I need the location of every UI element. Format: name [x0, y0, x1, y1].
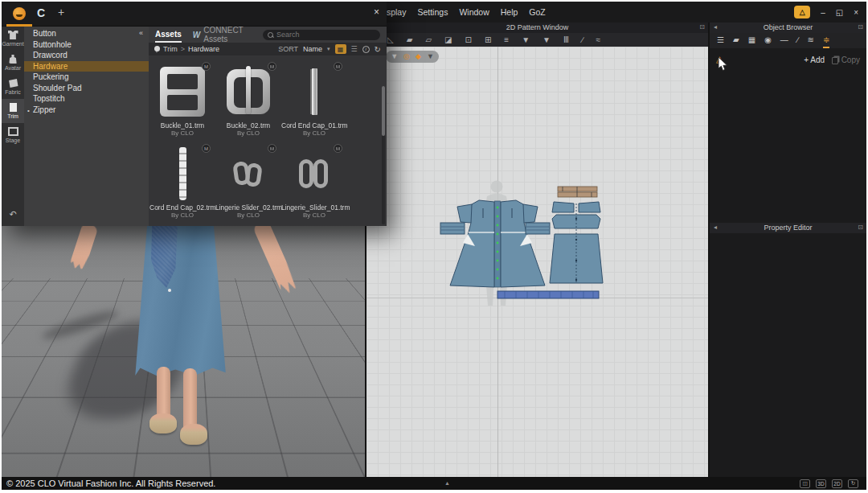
- library-category[interactable]: Shoulder Pad: [24, 83, 149, 94]
- refresh-icon[interactable]: ↻: [375, 45, 381, 54]
- expand-arrow-icon[interactable]: ▲: [444, 480, 450, 486]
- pleats-sewing-icon[interactable]: Ⅲ: [563, 36, 569, 44]
- breadcrumb-root[interactable]: Trim: [163, 45, 178, 53]
- scrollbar-thumb[interactable]: [382, 86, 385, 136]
- library-category[interactable]: Hardware: [24, 61, 149, 72]
- asset-name: Lingerie Slider_02.trm: [215, 203, 281, 212]
- buttonhole-tab-icon[interactable]: —: [780, 33, 788, 48]
- dart-tool-icon[interactable]: ◪: [444, 36, 452, 44]
- clo-logo[interactable]: [13, 7, 26, 20]
- clo-set-badge[interactable]: △: [794, 6, 810, 18]
- fold-arrangement-icon[interactable]: ≡: [504, 36, 509, 44]
- panel-detach-icon[interactable]: ⊡: [699, 23, 705, 31]
- garment-skirt[interactable]: [130, 224, 231, 376]
- popup-close-button[interactable]: ×: [374, 6, 379, 18]
- panel-detach-icon[interactable]: ⊡: [858, 23, 863, 31]
- asset-name: Buckle_02.trm: [215, 121, 281, 129]
- asset-name: Lingerie_Slider_01.trm: [281, 203, 347, 212]
- segment-sewing-icon[interactable]: ▼: [522, 36, 530, 44]
- asset-tile[interactable]: M Cord End Cap_01.trm By CLO: [281, 62, 347, 144]
- sidebar-item-stage[interactable]: Stage: [2, 123, 24, 147]
- library-category[interactable]: •Zipper: [24, 105, 149, 117]
- grid-view-button[interactable]: ▦: [335, 44, 346, 54]
- sewing-line-icon[interactable]: ∕: [582, 36, 583, 44]
- back-icon[interactable]: ↶: [2, 209, 24, 220]
- close-button[interactable]: ×: [854, 8, 858, 17]
- asset-tile[interactable]: M Cord End Cap_02.trm By CLO: [149, 144, 215, 226]
- new-tab-button[interactable]: +: [58, 6, 64, 18]
- polygon-pattern-icon[interactable]: ▱: [425, 36, 432, 44]
- cloth-texture-icon[interactable]: ◆: [416, 53, 421, 60]
- tab-assets[interactable]: Assets: [155, 27, 182, 43]
- pattern-pieces[interactable]: [366, 47, 708, 477]
- show-garment-icon[interactable]: ▼: [391, 53, 398, 60]
- restore-button[interactable]: ◱: [836, 8, 843, 17]
- search-box[interactable]: [263, 30, 380, 40]
- fabric-tab-icon[interactable]: ▰: [733, 33, 739, 48]
- object-browser-header: ◂ Object Browser ⊡: [710, 23, 866, 33]
- topstitch-tab-icon[interactable]: ∕: [797, 33, 799, 48]
- library-category[interactable]: Button: [24, 28, 149, 39]
- snapshot-3d-badge[interactable]: 3D: [816, 479, 826, 488]
- connect-tab-label: CONNECT Assets: [203, 26, 263, 43]
- status-bar: © 2025 CLO Virtual Fashion Inc. All Righ…: [2, 477, 866, 490]
- sidebar-item-avatar[interactable]: Avatar: [2, 51, 24, 75]
- collapse-panel-icon[interactable]: «: [139, 29, 143, 37]
- scrollbar[interactable]: [382, 86, 385, 224]
- library-category-label: Button: [33, 29, 56, 38]
- library-category[interactable]: Buttonhole: [24, 39, 149, 51]
- asset-author: By CLO: [215, 129, 281, 137]
- pattern-canvas[interactable]: ▼◎◆▼: [366, 47, 708, 477]
- info-icon[interactable]: i: [362, 46, 370, 53]
- puckering-tab-icon[interactable]: ≋: [808, 33, 814, 48]
- grading-tool-icon[interactable]: ⊞: [485, 36, 491, 44]
- snapshot-2d-badge[interactable]: 2D: [832, 479, 842, 488]
- trace-tool-icon[interactable]: ⊡: [465, 36, 472, 44]
- asset-tile[interactable]: M Buckle_01.trm By CLO: [149, 62, 215, 144]
- free-sewing-icon[interactable]: ▼: [542, 36, 551, 44]
- trim-tab-icon[interactable]: ≑: [823, 33, 829, 48]
- list-view-button[interactable]: ☰: [351, 45, 358, 53]
- menu-item[interactable]: Help: [501, 7, 518, 17]
- sidebar-item-trim[interactable]: Trim: [2, 99, 24, 123]
- panel-detach-icon[interactable]: ⊡: [858, 224, 863, 231]
- rectangle-pattern-icon[interactable]: ▰: [407, 36, 413, 44]
- asset-tile[interactable]: M Lingerie_Slider_01.trm By CLO: [281, 144, 347, 226]
- transform-pattern-icon[interactable]: ◺: [387, 36, 394, 44]
- clo-c-logo[interactable]: C: [37, 6, 45, 19]
- multiview-icon[interactable]: ◫: [800, 479, 810, 488]
- elastic-tool-icon[interactable]: ≈: [596, 36, 601, 44]
- add-button[interactable]: + Add: [804, 55, 825, 64]
- sidebar-item-garment[interactable]: Garment: [2, 27, 24, 51]
- asset-thumbnail: M: [149, 144, 215, 203]
- search-input[interactable]: [276, 31, 375, 39]
- library-category[interactable]: Topstitch: [24, 93, 149, 105]
- avatar-right-sandal: [180, 424, 207, 445]
- sort-value-dropdown[interactable]: Name: [303, 45, 322, 53]
- reset-layout-icon[interactable]: ↻: [848, 479, 858, 488]
- pattern-mesh-icon[interactable]: ▼: [427, 53, 434, 60]
- asset-thumbnail: M: [215, 62, 281, 121]
- asset-thumbnail: M: [281, 144, 347, 203]
- graphic-tab-icon[interactable]: ▦: [748, 33, 755, 48]
- menu-item[interactable]: Settings: [417, 7, 448, 17]
- minimize-button[interactable]: –: [821, 8, 825, 17]
- asset-tile[interactable]: M Buckle_02.trm By CLO: [215, 62, 281, 144]
- scene-tab-icon[interactable]: ☰: [717, 33, 724, 48]
- avatar-display-icon[interactable]: ◎: [403, 53, 410, 60]
- menu-item[interactable]: GoZ: [529, 7, 545, 17]
- sidebar-item-fabric[interactable]: Fabric: [2, 75, 24, 99]
- copy-button[interactable]: Copy: [832, 55, 860, 64]
- library-popup-window: C + × Garment Avatar Fabric: [2, 2, 387, 226]
- assets-view-controls: SORT Name ▾ ▦ ☰ i ↻: [278, 44, 381, 54]
- menu-item[interactable]: Window: [459, 7, 489, 17]
- library-category[interactable]: Puckering: [24, 72, 149, 83]
- asset-tile[interactable]: M Lingerie Slider_02.trm By CLO: [215, 144, 281, 226]
- button-tab-icon[interactable]: ◉: [764, 33, 772, 48]
- asset-badge: M: [334, 62, 342, 71]
- chevron-down-icon[interactable]: ▾: [327, 46, 330, 52]
- tab-connect-assets[interactable]: W CONNECT Assets: [193, 26, 263, 43]
- breadcrumb-current[interactable]: Hardware: [188, 45, 219, 53]
- copy-label: Copy: [841, 55, 860, 64]
- library-category[interactable]: Drawcord: [24, 50, 149, 61]
